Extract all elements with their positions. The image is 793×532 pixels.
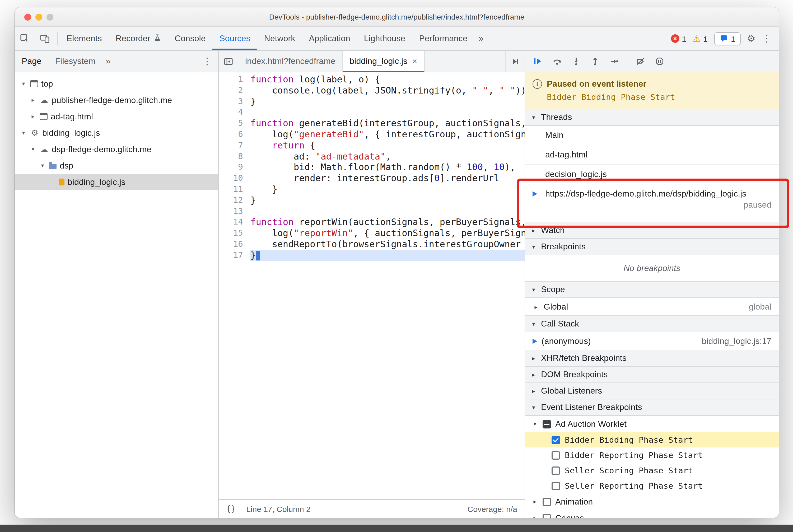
code-text: bid: Math.floor(Math.random() * 100, 10)… <box>250 162 525 173</box>
more-tabs-icon[interactable] <box>505 51 525 72</box>
elb-item-label: Seller Scoring Phase Start <box>565 466 693 475</box>
chevron-right-icon[interactable]: ▸ <box>531 515 539 518</box>
step-over-icon[interactable] <box>553 57 562 65</box>
thread-decision-logic-js[interactable]: decision_logic.js <box>525 165 779 184</box>
navigator-more-tabs[interactable]: » <box>102 51 114 72</box>
frame-location[interactable]: bidding_logic.js:17 <box>702 337 771 346</box>
code-lines[interactable]: 1function log(label, o) {2 console.log(l… <box>219 72 525 499</box>
code-text: function reportWin(auctionSignals, perBu… <box>250 217 525 228</box>
thread-ad-tag-html[interactable]: ad-tag.html <box>525 145 779 165</box>
thread-main[interactable]: Main <box>525 126 779 145</box>
event-listener-breakpoints-section-header[interactable]: ▾ Event Listener Breakpoints <box>525 399 779 416</box>
navigator-tab-filesystem[interactable]: Filesystem <box>48 51 102 72</box>
xhr-breakpoints-section-header[interactable]: ▸ XHR/fetch Breakpoints <box>525 350 779 367</box>
navigator-tab-page[interactable]: Page <box>15 51 48 72</box>
checkbox-unchecked[interactable] <box>543 497 551 506</box>
threads-section-header[interactable]: ▾ Threads <box>525 109 779 126</box>
navigator-toggle-icon[interactable] <box>219 51 238 72</box>
editor-tab-index-html-fencedframe[interactable]: index.html?fencedframe <box>238 51 343 72</box>
frame-name: (anonymous) <box>542 337 591 346</box>
call-stack-frame[interactable]: (anonymous) bidding_logic.js:17 <box>525 332 779 350</box>
step-into-icon[interactable] <box>572 57 581 65</box>
tab-performance[interactable]: Performance <box>412 27 474 50</box>
checkbox-checked[interactable] <box>551 436 560 444</box>
tab-elements[interactable]: Elements <box>60 27 109 50</box>
tree-item-top[interactable]: ▾top <box>15 76 218 92</box>
chevron-right-icon: ▸ <box>530 227 537 233</box>
chevron-right-icon[interactable]: ▸ <box>531 499 539 505</box>
tree-item-publisher-fledge-demo-glitch-me[interactable]: ▸☁publisher-fledge-demo.glitch.me <box>15 92 218 108</box>
elb-item-seller-reporting-phase-start[interactable]: Seller Reporting Phase Start <box>525 478 779 493</box>
elb-group-canvas[interactable]: ▸Canvas <box>525 510 779 518</box>
elb-item-bidder-bidding-phase-start[interactable]: Bidder Bidding Phase Start <box>525 432 779 448</box>
resume-script-icon[interactable] <box>533 57 543 65</box>
tree-item-dsp[interactable]: ▾dsp <box>15 157 218 174</box>
call-stack-section-header[interactable]: ▾ Call Stack <box>525 316 779 332</box>
pause-on-exceptions-icon[interactable] <box>655 57 664 65</box>
tab-recorder[interactable]: Recorder <box>109 27 168 50</box>
expander-icon[interactable]: ▾ <box>20 81 27 87</box>
close-tab-icon[interactable]: × <box>412 57 417 66</box>
code-text: console.log(label, JSON.stringify(o, " "… <box>250 85 525 96</box>
expander-icon[interactable]: ▾ <box>20 130 27 136</box>
settings-gear-icon[interactable]: ⚙ <box>747 34 755 43</box>
global-listeners-section-header[interactable]: ▸ Global Listeners <box>525 382 779 399</box>
code-line: 12} <box>219 195 525 206</box>
pretty-print-button[interactable]: {} <box>226 504 235 514</box>
code-text: } <box>250 195 525 206</box>
error-icon: × <box>671 34 679 43</box>
elb-group-animation[interactable]: ▸Animation <box>525 493 779 510</box>
scope-global-row[interactable]: ▸ Global global <box>525 298 779 316</box>
step-out-icon[interactable] <box>591 57 600 65</box>
console-error-badge[interactable]: × 1 <box>671 34 686 43</box>
device-toolbar-button[interactable] <box>35 27 55 50</box>
tree-item-bidding-logic-js[interactable]: bidding_logic.js <box>15 174 218 190</box>
checkbox-unchecked[interactable] <box>551 451 560 459</box>
thread-https-dsp-fledge-demo-glitch-me-dsp-bidding-logic-js[interactable]: https://dsp-fledge-demo.glitch.me/dsp/bi… <box>525 184 779 223</box>
breakpoints-section-header[interactable]: ▾ Breakpoints <box>525 238 779 255</box>
checkbox-unchecked[interactable] <box>543 514 551 518</box>
inspect-element-button[interactable] <box>15 27 35 50</box>
dom-breakpoints-section-header[interactable]: ▸ DOM Breakpoints <box>525 366 779 383</box>
kebab-menu-icon[interactable]: ⋮ <box>762 34 771 43</box>
console-warning-badge[interactable]: ⚠ 1 <box>693 34 708 43</box>
tab-network[interactable]: Network <box>257 27 302 50</box>
step-icon[interactable] <box>610 57 619 65</box>
issues-button[interactable]: 1 <box>714 32 741 45</box>
checkbox-unchecked[interactable] <box>551 481 560 490</box>
tab-application[interactable]: Application <box>302 27 357 50</box>
xhr-section-label: XHR/fetch Breakpoints <box>541 354 627 363</box>
expander-icon[interactable]: ▾ <box>39 163 46 169</box>
expander-icon[interactable]: ▸ <box>30 114 36 119</box>
issues-count: 1 <box>731 34 735 43</box>
checkbox-unchecked[interactable] <box>551 466 560 475</box>
chevron-down-icon: ▾ <box>530 244 537 250</box>
chevron-down-icon[interactable]: ▾ <box>531 421 539 427</box>
checkbox-indeterminate[interactable] <box>543 420 551 428</box>
code-line: 13 <box>219 206 525 217</box>
deactivate-breakpoints-icon[interactable] <box>636 57 645 65</box>
elb-item-seller-scoring-phase-start[interactable]: Seller Scoring Phase Start <box>525 463 779 478</box>
editor-tab-bidding-logic-js[interactable]: bidding_logic.js× <box>343 51 425 72</box>
elb-item-bidder-reporting-phase-start[interactable]: Bidder Reporting Phase Start <box>525 448 779 463</box>
close-window-button[interactable] <box>24 14 31 20</box>
navigator-kebab-menu-icon[interactable]: ⋮ <box>196 55 218 67</box>
line-number: 11 <box>219 184 250 195</box>
more-panels-button[interactable]: » <box>474 27 488 50</box>
toolbar-right-cluster: × 1 ⚠ 1 1 ⚙ ⋮ <box>671 27 779 50</box>
tree-item-dsp-fledge-demo-glitch-me[interactable]: ▾☁dsp-fledge-demo.glitch.me <box>15 141 218 157</box>
watch-section-header[interactable]: ▸ Watch <box>525 222 779 239</box>
tab-lighthouse[interactable]: Lighthouse <box>357 27 412 50</box>
line-number: 14 <box>219 217 250 228</box>
tree-item-bidding-logic-js[interactable]: ▾⚙bidding_logic.js <box>15 125 218 141</box>
tree-item-ad-tag-html[interactable]: ▸ad-tag.html <box>15 108 218 125</box>
debugger-sidebar: i Paused on event listener Bidder Biddin… <box>525 51 779 518</box>
elb-group-ad-auction-worklet[interactable]: ▾Ad Auction Worklet <box>525 416 779 432</box>
scope-section-header[interactable]: ▾ Scope <box>525 281 779 298</box>
tab-sources[interactable]: Sources <box>212 27 257 50</box>
tab-console[interactable]: Console <box>168 27 212 50</box>
expander-icon[interactable]: ▾ <box>30 146 36 152</box>
desktop-bottom-strip <box>0 525 793 532</box>
expander-icon[interactable]: ▸ <box>30 97 36 103</box>
minimize-window-button[interactable] <box>35 14 42 20</box>
